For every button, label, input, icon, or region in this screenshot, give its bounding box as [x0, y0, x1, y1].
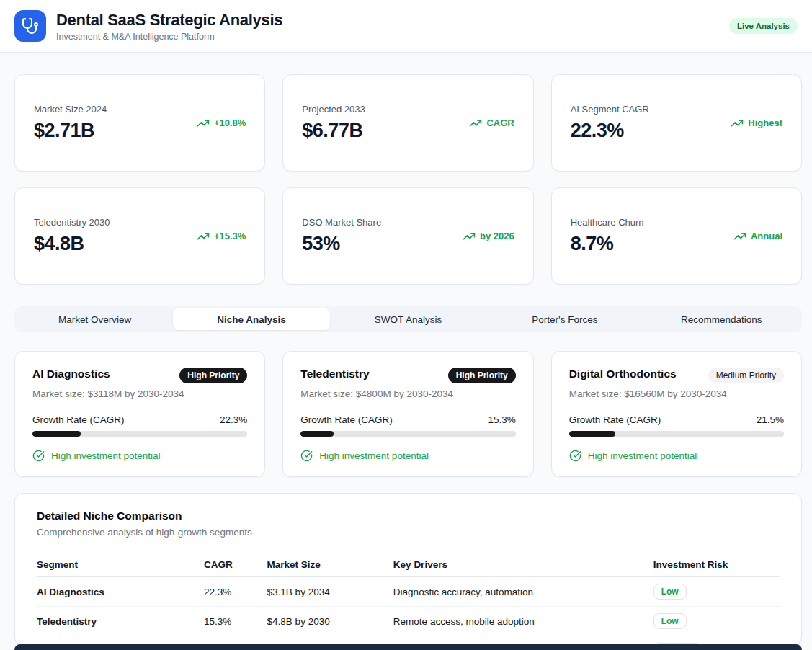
metric-trend: Annual	[733, 230, 782, 243]
metric-value: 53%	[302, 233, 381, 255]
cell-investment-risk: Low	[653, 607, 780, 636]
metric-trend-label: +15.3%	[214, 231, 246, 241]
tab-swot-analysis[interactable]: SWOT Analysis	[330, 308, 486, 330]
column-header: Market Size	[267, 553, 393, 577]
metric-card: DSO Market Share 53% by 2026	[282, 187, 533, 285]
metric-value: $2.71B	[34, 120, 107, 142]
cell-segment: Teledentistry	[37, 607, 204, 636]
niche-market-size: Market size: $16560M by 2030-2034	[569, 388, 784, 399]
investment-note-label: High investment potential	[51, 450, 161, 461]
metric-card: AI Segment CAGR 22.3% Highest	[551, 74, 802, 172]
table-header-row: SegmentCAGRMarket SizeKey DriversInvestm…	[37, 553, 780, 577]
niche-market-size: Market size: $3118M by 2030-2034	[32, 388, 247, 399]
check-circle-icon	[569, 450, 581, 462]
niche-comparison-card: Detailed Niche Comparison Comprehensive …	[14, 493, 802, 646]
metric-label: Teledentistry 2030	[34, 217, 110, 228]
cell-cagr: 22.3%	[204, 577, 267, 607]
investment-note-label: High investment potential	[588, 450, 697, 461]
metric-card: Projected 2033 $6.77B CAGR	[282, 74, 533, 172]
check-circle-icon	[300, 450, 313, 462]
metric-label: AI Segment CAGR	[571, 104, 649, 115]
cell-key-drivers: Remote access, mobile adoption	[393, 607, 653, 636]
priority-badge: High Priority	[448, 368, 516, 383]
tab-label: Porter's Forces	[532, 314, 597, 325]
page-title: Dental SaaS Strategic Analysis	[56, 11, 282, 30]
growth-progress-bar	[300, 431, 515, 437]
growth-rate-value: 22.3%	[220, 414, 247, 425]
metric-value: $6.77B	[302, 120, 365, 142]
growth-progress-fill	[32, 431, 81, 437]
growth-rate-label: Growth Rate (CAGR)	[32, 414, 125, 425]
column-header: Investment Risk	[653, 553, 780, 577]
metric-card: Healthcare Churn 8.7% Annual	[551, 187, 802, 285]
investment-note: High investment potential	[32, 450, 247, 462]
metric-trend-label: +10.8%	[214, 117, 246, 128]
stethoscope-icon	[22, 17, 39, 35]
cell-cagr: 15.3%	[204, 607, 267, 636]
trending-up-icon	[731, 117, 744, 130]
investment-note: High investment potential	[569, 450, 784, 462]
page-subtitle: Investment & M&A Intelligence Platform	[56, 32, 282, 42]
metric-trend: +10.8%	[197, 117, 246, 130]
niche-title: Digital Orthodontics	[569, 368, 677, 380]
niche-card: Teledentistry High Priority Market size:…	[282, 351, 533, 477]
metrics-grid: Market Size 2024 $2.71B +10.8% Projected…	[14, 74, 802, 285]
metric-label: DSO Market Share	[302, 217, 381, 228]
comparison-table: SegmentCAGRMarket SizeKey DriversInvestm…	[37, 553, 780, 646]
metric-value: 22.3%	[571, 120, 649, 142]
app-logo	[14, 10, 46, 42]
growth-progress-bar	[569, 431, 784, 437]
main-content: Market Size 2024 $2.71B +10.8% Projected…	[0, 53, 812, 646]
metric-trend-label: Highest	[748, 117, 782, 128]
trending-up-icon	[463, 230, 476, 243]
live-analysis-badge: Live Analysis	[729, 18, 798, 34]
cell-market-size: $4.8B by 2030	[267, 607, 393, 636]
risk-badge: Low	[653, 584, 687, 600]
metric-trend: CAGR	[469, 117, 514, 130]
trending-up-icon	[197, 117, 210, 130]
tab-label: Niche Analysis	[217, 314, 286, 325]
metric-card: Teledentistry 2030 $4.8B +15.3%	[14, 187, 265, 285]
next-section-peek	[14, 644, 802, 650]
cell-segment: AI Diagnostics	[37, 577, 204, 607]
metric-trend-label: CAGR	[486, 117, 514, 128]
priority-badge: Medium Priority	[708, 368, 784, 383]
column-header: Key Drivers	[393, 553, 653, 577]
metric-trend-label: Annual	[751, 231, 782, 241]
tab-porter-s-forces[interactable]: Porter's Forces	[486, 308, 643, 330]
niche-card: Digital Orthodontics Medium Priority Mar…	[551, 351, 802, 477]
metric-card: Market Size 2024 $2.71B +10.8%	[14, 74, 265, 172]
metric-value: $4.8B	[34, 233, 110, 255]
tab-market-overview[interactable]: Market Overview	[17, 308, 173, 330]
risk-badge: Low	[653, 613, 687, 629]
metric-trend: by 2026	[463, 230, 514, 243]
growth-progress-fill	[569, 431, 615, 437]
niche-market-size: Market size: $4800M by 2030-2034	[300, 388, 515, 399]
table-row: Teledentistry 15.3% $4.8B by 2030 Remote…	[37, 607, 780, 636]
metric-value: 8.7%	[571, 233, 644, 255]
metric-trend: Highest	[731, 117, 782, 130]
cell-market-size: $3.1B by 2034	[267, 577, 393, 607]
metric-label: Healthcare Churn	[571, 217, 644, 228]
column-header: CAGR	[204, 553, 267, 577]
comparison-subtitle: Comprehensive analysis of high-growth se…	[37, 527, 780, 538]
growth-rate-value: 21.5%	[757, 414, 784, 425]
tab-recommendations[interactable]: Recommendations	[643, 308, 800, 330]
niche-grid: AI Diagnostics High Priority Market size…	[14, 351, 802, 477]
growth-progress-fill	[300, 431, 334, 437]
niche-card: AI Diagnostics High Priority Market size…	[14, 351, 265, 477]
column-header: Segment	[37, 553, 204, 577]
niche-title: Teledentistry	[300, 368, 369, 380]
comparison-title: Detailed Niche Comparison	[37, 509, 780, 522]
cell-investment-risk: Low	[653, 577, 780, 607]
metric-trend-label: by 2026	[480, 231, 514, 241]
tab-niche-analysis[interactable]: Niche Analysis	[173, 308, 329, 330]
trending-up-icon	[733, 230, 746, 243]
cell-key-drivers: Diagnostic accuracy, automation	[393, 577, 653, 607]
growth-progress-bar	[32, 431, 247, 437]
tab-bar: Market Overview Niche Analysis SWOT Anal…	[14, 306, 802, 332]
growth-rate-value: 15.3%	[488, 414, 515, 425]
app-header: Dental SaaS Strategic Analysis Investmen…	[0, 0, 812, 53]
niche-title: AI Diagnostics	[32, 368, 110, 380]
table-body: AI Diagnostics 22.3% $3.1B by 2034 Diagn…	[37, 577, 780, 646]
